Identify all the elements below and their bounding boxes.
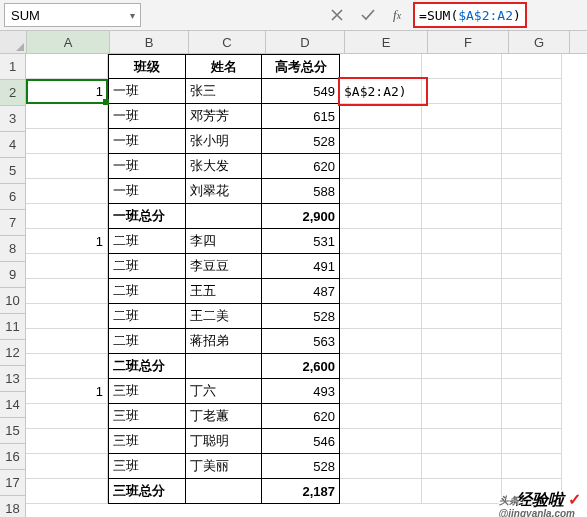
cell[interactable]: 王五 xyxy=(186,279,262,304)
cell[interactable]: 一班 xyxy=(108,129,186,154)
col-header-E[interactable]: E xyxy=(345,31,428,53)
cell[interactable]: 2,187 xyxy=(262,479,340,504)
cell[interactable] xyxy=(26,404,108,429)
cell[interactable] xyxy=(340,229,422,254)
cell[interactable] xyxy=(26,204,108,229)
cell[interactable] xyxy=(26,54,108,79)
cell[interactable]: 二班总分 xyxy=(108,354,186,379)
col-header-B[interactable]: B xyxy=(110,31,189,53)
cell[interactable] xyxy=(422,354,502,379)
cell[interactable] xyxy=(26,329,108,354)
cell[interactable]: 三班总分 xyxy=(108,479,186,504)
cell[interactable] xyxy=(340,404,422,429)
cell[interactable] xyxy=(26,279,108,304)
cell[interactable] xyxy=(422,254,502,279)
name-box-dropdown-icon[interactable]: ▾ xyxy=(124,10,140,21)
cell[interactable]: 二班 xyxy=(108,279,186,304)
cell[interactable] xyxy=(340,54,422,79)
cell[interactable]: 588 xyxy=(262,179,340,204)
cell[interactable] xyxy=(340,379,422,404)
cell[interactable]: 620 xyxy=(262,404,340,429)
cell[interactable] xyxy=(502,329,562,354)
cell[interactable] xyxy=(422,204,502,229)
cell[interactable]: 563 xyxy=(262,329,340,354)
cell[interactable] xyxy=(502,229,562,254)
cell[interactable] xyxy=(422,379,502,404)
cell[interactable]: 528 xyxy=(262,129,340,154)
cell[interactable] xyxy=(502,354,562,379)
cell[interactable]: 张小明 xyxy=(186,129,262,154)
cell[interactable] xyxy=(422,104,502,129)
cell[interactable]: 刘翠花 xyxy=(186,179,262,204)
cell[interactable]: 1 xyxy=(26,79,108,104)
cell[interactable]: 王二美 xyxy=(186,304,262,329)
cell[interactable] xyxy=(26,454,108,479)
row-header-16[interactable]: 16 xyxy=(0,444,26,470)
cell[interactable]: 一班总分 xyxy=(108,204,186,229)
cell[interactable] xyxy=(502,304,562,329)
cell[interactable] xyxy=(340,154,422,179)
cell[interactable]: 549 xyxy=(262,79,340,104)
cell[interactable]: 1 xyxy=(26,229,108,254)
cell[interactable]: 邓芳芳 xyxy=(186,104,262,129)
cell[interactable] xyxy=(502,379,562,404)
cell[interactable] xyxy=(502,179,562,204)
cell[interactable] xyxy=(26,354,108,379)
cell[interactable] xyxy=(340,479,422,504)
row-header-10[interactable]: 10 xyxy=(0,288,26,314)
cell[interactable] xyxy=(26,104,108,129)
cell[interactable]: 李豆豆 xyxy=(186,254,262,279)
cell[interactable]: 张大发 xyxy=(186,154,262,179)
cell[interactable] xyxy=(502,204,562,229)
cell[interactable] xyxy=(422,404,502,429)
cell[interactable]: 一班 xyxy=(108,104,186,129)
cell[interactable] xyxy=(502,254,562,279)
cell[interactable] xyxy=(422,229,502,254)
row-header-9[interactable]: 9 xyxy=(0,262,26,288)
col-header-D[interactable]: D xyxy=(266,31,345,53)
cell[interactable] xyxy=(340,454,422,479)
cell[interactable]: 493 xyxy=(262,379,340,404)
cell[interactable] xyxy=(340,354,422,379)
row-header-13[interactable]: 13 xyxy=(0,366,26,392)
cell[interactable] xyxy=(340,429,422,454)
row-header-7[interactable]: 7 xyxy=(0,210,26,236)
cell[interactable]: 2,600 xyxy=(262,354,340,379)
cell[interactable]: 二班 xyxy=(108,329,186,354)
cell[interactable]: 丁老蕙 xyxy=(186,404,262,429)
col-header-A[interactable]: A xyxy=(27,31,110,53)
cell[interactable] xyxy=(186,204,262,229)
cell[interactable]: 1 xyxy=(26,379,108,404)
cell[interactable] xyxy=(502,404,562,429)
cell[interactable] xyxy=(502,154,562,179)
cell[interactable] xyxy=(422,479,502,504)
cell[interactable] xyxy=(502,279,562,304)
cell[interactable] xyxy=(502,79,562,104)
cell[interactable] xyxy=(502,54,562,79)
cell[interactable] xyxy=(502,454,562,479)
cell[interactable] xyxy=(340,304,422,329)
cell[interactable] xyxy=(422,304,502,329)
cell[interactable]: 620 xyxy=(262,154,340,179)
cell[interactable] xyxy=(502,104,562,129)
cell[interactable]: 三班 xyxy=(108,429,186,454)
cell[interactable]: 丁六 xyxy=(186,379,262,404)
row-header-1[interactable]: 1 xyxy=(0,54,26,80)
row-header-18[interactable]: 18 xyxy=(0,496,26,517)
col-header-C[interactable]: C xyxy=(189,31,266,53)
cell[interactable] xyxy=(422,129,502,154)
cell[interactable] xyxy=(340,329,422,354)
cell[interactable] xyxy=(422,79,502,104)
cell[interactable]: 546 xyxy=(262,429,340,454)
cell[interactable] xyxy=(26,254,108,279)
col-header-F[interactable]: F xyxy=(428,31,509,53)
cell[interactable]: 487 xyxy=(262,279,340,304)
row-header-2[interactable]: 2 xyxy=(0,80,26,106)
cell[interactable] xyxy=(26,179,108,204)
cell[interactable] xyxy=(422,154,502,179)
col-header-G[interactable]: G xyxy=(509,31,570,53)
cell[interactable] xyxy=(422,179,502,204)
cell[interactable]: 二班 xyxy=(108,229,186,254)
cell[interactable] xyxy=(26,479,108,504)
select-all-corner[interactable] xyxy=(0,31,27,53)
